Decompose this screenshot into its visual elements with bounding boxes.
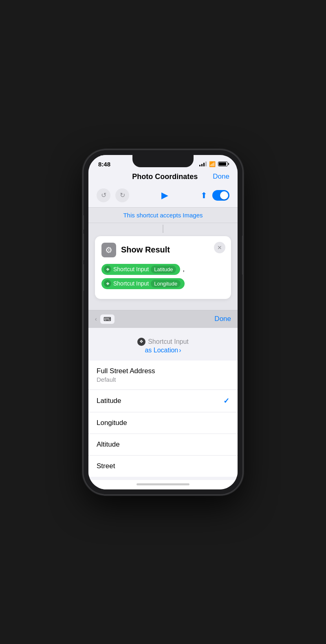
token-2[interactable]: ❖ Shortcut Input Longitude (101, 278, 185, 289)
status-icons: 📶 (199, 161, 228, 167)
keyboard-icon-button[interactable]: ⌨ (100, 314, 115, 324)
picker-input-icon: ❖ (137, 338, 145, 346)
token-1-text: Shortcut Input (113, 266, 149, 272)
play-icon: ▶ (161, 190, 168, 200)
close-icon: ✕ (217, 244, 222, 251)
home-bar (137, 483, 189, 485)
token-2-icon: ❖ (104, 280, 111, 287)
picker-input-label: Shortcut Input (148, 338, 189, 345)
option-label: Altitude (97, 440, 120, 449)
token-2-text: Shortcut Input (113, 280, 149, 287)
keyboard-done-button[interactable]: Done (214, 315, 231, 323)
accepts-prefix: This shortcut accepts (123, 212, 183, 219)
page-title: Photo Coordinates (132, 173, 198, 181)
redo-button[interactable]: ↻ (115, 188, 129, 202)
home-indicator (88, 480, 238, 489)
picker-as-location-button[interactable]: as Location › (145, 347, 181, 354)
battery-icon (218, 162, 228, 166)
nav-bar: Photo Coordinates Done (88, 169, 238, 185)
wifi-icon: 📶 (209, 161, 216, 167)
option-latitude[interactable]: Latitude ✓ (88, 390, 238, 412)
token-row-1: ❖ Shortcut Input Latitude , (101, 264, 225, 275)
picker-input-pill: ❖ Shortcut Input (137, 338, 189, 346)
share-icon: ⬆ (200, 191, 207, 200)
option-street[interactable]: Street (88, 456, 238, 477)
signal-bars-icon (199, 162, 207, 166)
status-time: 8:48 (98, 161, 110, 168)
accepts-bar: This shortcut accepts Images (88, 208, 238, 223)
picker-area: ❖ Shortcut Input as Location › Full Stre… (88, 328, 238, 480)
option-longitude[interactable]: Longitude (88, 412, 238, 434)
option-label: Longitude (97, 419, 127, 427)
toolbar: ↺ ↻ ▶ ⬆ (88, 185, 238, 208)
option-label: Street (97, 462, 115, 470)
nav-done-button[interactable]: Done (213, 173, 229, 181)
undo-button[interactable]: ↺ (97, 188, 110, 202)
token-2-badge: Longitude (151, 280, 181, 288)
flow-connector (88, 223, 238, 235)
content-area: ⚙ Show Result ✕ ❖ Shortcut Input Latitud… (88, 235, 238, 310)
gear-icon: ⚙ (105, 245, 112, 255)
accepts-type[interactable]: Images (183, 212, 203, 219)
chevron-left-icon: ‹ (95, 316, 97, 322)
option-altitude[interactable]: Altitude (88, 434, 238, 456)
option-sublabel: Default (97, 376, 155, 383)
action-card-icon: ⚙ (101, 243, 116, 257)
keyboard-toolbar: ‹ ⌨ Done (88, 310, 238, 328)
close-button[interactable]: ✕ (214, 242, 225, 253)
option-label: Full Street Address (97, 367, 155, 375)
token-row-2: ❖ Shortcut Input Longitude (101, 278, 225, 289)
action-card-title: Show Result (121, 245, 170, 255)
toggle-button[interactable] (212, 190, 229, 201)
redo-icon: ↻ (120, 191, 125, 199)
token-1[interactable]: ❖ Shortcut Input Latitude (101, 264, 180, 275)
share-button[interactable]: ⬆ (200, 190, 207, 200)
token-1-icon: ❖ (104, 266, 111, 273)
option-full-street-address[interactable]: Full Street Address Default (88, 361, 238, 390)
token-1-badge: Latitude (151, 266, 176, 273)
play-button[interactable]: ▶ (161, 190, 168, 201)
chevron-right-icon: › (179, 347, 181, 354)
checkmark-icon: ✓ (223, 396, 229, 405)
option-label: Latitude (97, 397, 121, 405)
keyboard-icon: ⌨ (104, 316, 111, 322)
action-card: ⚙ Show Result ✕ ❖ Shortcut Input Latitud… (95, 236, 231, 299)
token-comma: , (183, 266, 184, 273)
options-list: Full Street Address Default Latitude ✓ L… (88, 361, 238, 477)
undo-icon: ↺ (101, 191, 106, 199)
picker-header: ❖ Shortcut Input as Location › (88, 334, 238, 361)
